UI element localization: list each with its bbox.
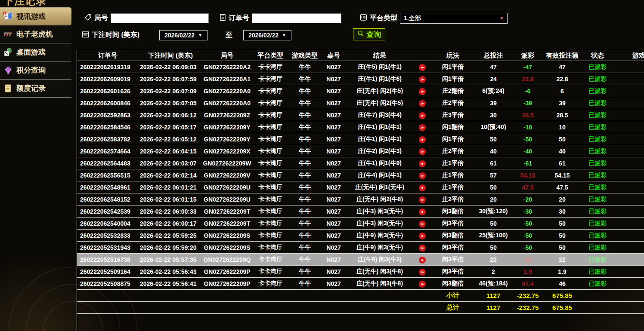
result-cell: 庄(牛1) 闲1(牛1): [347, 121, 412, 133]
platform-cell: 卡卡湾厅: [251, 242, 289, 254]
round-cell: GN027262220A0: [203, 85, 251, 97]
status-cell: 已派彩: [582, 73, 613, 85]
play-icon[interactable]: ▶: [419, 221, 426, 227]
round-cell: GN027262220A0: [203, 97, 251, 109]
payout-cell: 28.5: [513, 109, 542, 121]
table-row[interactable]: 260222062600846 2026-02-22 06:07:05 GN02…: [77, 97, 644, 109]
play-icon[interactable]: ▶: [419, 172, 426, 179]
game-type-cell: 牛牛: [289, 121, 320, 133]
table-row[interactable]: 260222062601626 2026-02-22 06:07:09 GN02…: [77, 85, 644, 97]
play-icon[interactable]: ▶: [419, 64, 426, 71]
play-icon[interactable]: ▶: [419, 136, 426, 143]
status-cell: 已派彩: [582, 205, 613, 218]
table-row[interactable]: 260222052516738 2026-02-22 05:57:35 GN02…: [77, 254, 644, 266]
table-row[interactable]: 260222062542539 2026-02-22 06:00:33 GN02…: [77, 205, 644, 218]
table-row[interactable]: 260222062619319 2026-02-22 06:09:03 GN02…: [77, 61, 644, 73]
round-number-input[interactable]: [111, 13, 209, 23]
result-cell: 庄(无牛) 闲3(牛8): [347, 278, 412, 290]
table-row[interactable]: 260222062574664 2026-02-22 06:04:15 GN02…: [77, 145, 644, 157]
replay-cell: ▶: [412, 73, 432, 85]
total-bet-cell: 10(预:40): [474, 121, 513, 133]
replay-cell: ▶: [412, 278, 432, 290]
total-total-bet: 1127: [474, 302, 513, 314]
sidebar-item-video-games[interactable]: ♦ 9 视讯游戏: [0, 7, 71, 25]
platform-type-select[interactable]: 1.全部 ▼: [400, 13, 508, 24]
query-button[interactable]: 查询: [353, 28, 385, 40]
bet-time-cell: 2026-02-22 06:00:33: [138, 205, 203, 218]
round-cell: GN0272622209X: [203, 145, 251, 157]
sidebar-item-quota-records[interactable]: 额度记录: [0, 80, 71, 98]
table-body: 260222062619319 2026-02-22 06:09:03 GN02…: [77, 61, 644, 290]
table-row[interactable]: 260222062556515 2026-02-22 06:02:14 GN02…: [77, 169, 644, 181]
play-icon[interactable]: ▶: [419, 148, 426, 155]
play-icon[interactable]: ▶: [419, 160, 426, 167]
table-no-cell: N027: [320, 121, 347, 133]
total-bet-cell: 39: [474, 97, 513, 109]
play-icon[interactable]: ▶: [419, 196, 426, 203]
table-row[interactable]: 260222062548152 2026-02-22 06:01:15 GN02…: [77, 193, 644, 205]
payout-cell: -50: [513, 133, 542, 145]
bet-time-cell: 2026-02-22 05:56:43: [138, 266, 203, 278]
order-cell: 260222062601626: [77, 85, 138, 97]
play-icon[interactable]: ▶: [419, 269, 426, 276]
round-cell: GN0272622209Q: [203, 254, 251, 266]
status-cell: 已派彩: [582, 193, 613, 205]
table-row[interactable]: 260222062540004 2026-02-22 06:00:17 GN02…: [77, 218, 644, 230]
table-row[interactable]: 260222052532833 2026-02-22 05:59:25 GN02…: [77, 230, 644, 242]
play-icon[interactable]: ▶: [419, 233, 426, 239]
date-to-select[interactable]: 2026/02/22 ▼: [243, 30, 291, 40]
table-row[interactable]: 260222052508875 2026-02-22 05:56:41 GN02…: [77, 278, 644, 290]
play-icon[interactable]: ▶: [419, 257, 426, 264]
bet-type-cell: 闲1平倍: [432, 133, 474, 145]
play-icon[interactable]: ▶: [419, 88, 426, 95]
chevron-down-icon: ▼: [198, 33, 202, 37]
play-icon[interactable]: ▶: [419, 112, 426, 119]
total-spacer: [77, 302, 432, 314]
sidebar-item-table-games[interactable]: 桌面游戏: [0, 43, 71, 61]
table-row[interactable]: 260222062592863 2026-02-22 06:06:12 GN02…: [77, 109, 644, 121]
bet-time-cell: 2026-02-22 05:57:35: [138, 254, 203, 266]
table-no-cell: N027: [320, 181, 347, 193]
table-row[interactable]: 260222052509164 2026-02-22 05:56:43 GN02…: [77, 266, 644, 278]
play-icon[interactable]: ▶: [419, 245, 426, 251]
bet-time-filter: 下注时间 (美东): [82, 31, 139, 40]
bet-type-cell: 庄1平倍: [432, 169, 474, 181]
table-row[interactable]: 260222052531943 2026-02-22 05:59:20 GN02…: [77, 242, 644, 254]
sidebar-item-label: 积分查询: [16, 65, 46, 75]
table-no-cell: N027: [320, 157, 347, 169]
game-cell: [613, 121, 644, 133]
play-icon[interactable]: ▶: [419, 100, 426, 107]
total-bet-cell: 50: [474, 181, 513, 193]
total-bet-cell: 50: [474, 242, 513, 254]
round-cell: GN027262220A1: [203, 73, 251, 85]
replay-cell: ▶: [412, 169, 432, 181]
play-icon[interactable]: ▶: [419, 208, 426, 215]
round-number-filter: 局号: [84, 13, 209, 23]
valid-bet-cell: 50: [542, 242, 582, 254]
list-icon: [360, 14, 367, 23]
sidebar-item-points-query[interactable]: 积分查询: [0, 61, 71, 80]
table-row[interactable]: 260222062564483 2026-02-22 06:03:07 GN02…: [77, 157, 644, 169]
table-row[interactable]: 260222062609019 2026-02-22 06:07:59 GN02…: [77, 73, 644, 85]
to-label: 至: [226, 31, 232, 40]
records-table-wrap: 订单号 下注时间 (美东) 局号 平台类型 游戏类型 桌号 结果 玩法 总投注 …: [77, 50, 644, 331]
order-number-input[interactable]: [252, 13, 341, 23]
table-row[interactable]: 260222062583782 2026-02-22 06:05:12 GN02…: [77, 133, 644, 145]
result-cell: 庄(牛2) 闲2(牛3): [347, 145, 412, 157]
play-icon[interactable]: ▶: [419, 76, 426, 83]
status-cell: 已派彩: [582, 254, 613, 266]
order-cell: 260222062609019: [77, 73, 138, 85]
total-valid-bet: 675.85: [542, 302, 582, 314]
play-icon[interactable]: ▶: [419, 124, 426, 131]
result-cell: 庄(牛1) 闲1(牛1): [347, 133, 412, 145]
table-row[interactable]: 260222062584546 2026-02-22 06:05:17 GN02…: [77, 121, 644, 133]
platform-type-label: 平台类型: [370, 14, 397, 23]
valid-bet-cell: 40: [542, 145, 582, 157]
table-row[interactable]: 260222062548961 2026-02-22 06:01:21 GN02…: [77, 181, 644, 193]
platform-cell: 卡卡湾厅: [251, 218, 289, 230]
date-from-select[interactable]: 2026/02/22 ▼: [159, 30, 207, 40]
play-icon[interactable]: ▶: [419, 281, 426, 288]
sidebar-item-slots[interactable]: 777 电子老虎机: [0, 25, 71, 43]
platform-cell: 卡卡湾厅: [251, 205, 289, 218]
play-icon[interactable]: ▶: [419, 184, 426, 191]
